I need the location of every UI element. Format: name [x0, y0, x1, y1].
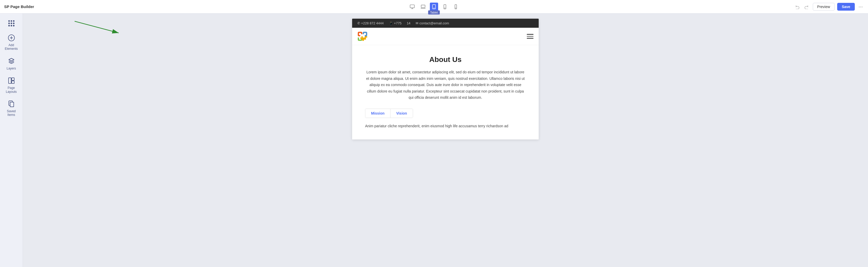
- device-mobile-btn[interactable]: [452, 3, 460, 11]
- header-right: Preview Save ···: [794, 3, 864, 11]
- topbar-phone2: 📱 +775: [389, 21, 402, 25]
- app-title: SP Page Builder: [4, 4, 34, 9]
- svg-line-20: [74, 21, 119, 33]
- device-tablet-btn[interactable]: [430, 3, 438, 11]
- topbar-phone3: 14: [407, 21, 410, 25]
- saved-items-label: SavedItems: [7, 109, 16, 117]
- page-content: About Us Lorem ipsum dolor sit amet, con…: [352, 45, 539, 140]
- undo-btn[interactable]: [794, 3, 801, 11]
- device-desktop-btn[interactable]: [408, 3, 416, 11]
- arrow-annotation: [23, 13, 152, 39]
- sidebar-item-saved-items[interactable]: SavedItems: [2, 97, 21, 119]
- svg-point-9: [456, 8, 456, 8]
- layers-label: Layers: [6, 67, 16, 70]
- about-title: About Us: [365, 56, 526, 64]
- header-left: SP Page Builder: [4, 4, 34, 9]
- saved-items-icon: [7, 100, 16, 108]
- hamburger-menu[interactable]: [527, 34, 533, 39]
- tab-content-text: Anim pariatur cliche reprehenderit, enim…: [365, 123, 526, 129]
- content-tabs: Mission Vision: [365, 109, 413, 118]
- svg-rect-13: [8, 78, 11, 84]
- sidebar-item-page-layouts[interactable]: PageLayouts: [2, 74, 21, 96]
- svg-rect-15: [12, 81, 14, 84]
- undo-redo-group: [794, 3, 810, 11]
- save-button[interactable]: Save: [837, 3, 855, 11]
- device-switcher: Tablet: [408, 3, 460, 11]
- page-logo: [357, 31, 368, 41]
- preview-button[interactable]: Preview: [813, 3, 835, 11]
- layers-icon: [7, 57, 16, 65]
- redo-btn[interactable]: [802, 3, 810, 11]
- device-laptop-btn[interactable]: [419, 3, 427, 11]
- svg-point-7: [445, 8, 445, 8]
- tablet-tooltip: Tablet: [428, 10, 440, 14]
- svg-rect-14: [12, 78, 14, 80]
- svg-point-5: [434, 8, 434, 8]
- svg-rect-0: [410, 5, 414, 8]
- svg-rect-17: [10, 102, 14, 107]
- sidebar-item-grid[interactable]: [2, 17, 21, 30]
- add-elements-label: AddElements: [5, 43, 18, 51]
- add-elements-icon: [7, 34, 16, 42]
- page-layouts-icon: [7, 77, 16, 85]
- canvas-area: ✆ +228 872 4444 📱 +775 14 ✉ contact@emai…: [23, 13, 868, 267]
- page-topbar: ✆ +228 872 4444 📱 +775 14 ✉ contact@emai…: [352, 19, 539, 28]
- main-area: AddElements Layers PageLay: [0, 13, 868, 267]
- topbar-email: ✉ contact@email.com: [415, 21, 449, 25]
- grid-icon: [7, 19, 16, 28]
- more-options-button[interactable]: ···: [857, 3, 864, 11]
- tab-vision[interactable]: Vision: [391, 109, 413, 118]
- sidebar-item-add-elements[interactable]: AddElements: [2, 31, 21, 53]
- sidebar-item-layers[interactable]: Layers: [2, 54, 21, 73]
- svg-rect-3: [421, 5, 425, 7]
- header-bar: SP Page Builder Tabl: [0, 0, 868, 13]
- page-nav: [352, 28, 539, 45]
- device-tablet-wrapper: Tablet: [430, 3, 438, 11]
- topbar-phone1: ✆ +228 872 4444: [357, 21, 384, 25]
- sidebar: AddElements Layers PageLay: [0, 13, 23, 267]
- page-layouts-label: PageLayouts: [6, 86, 17, 94]
- joomla-logo-svg: [357, 31, 368, 41]
- page-frame: ✆ +228 872 4444 📱 +775 14 ✉ contact@emai…: [352, 19, 539, 140]
- tab-mission[interactable]: Mission: [365, 109, 391, 118]
- about-text: Lorem ipsum dolor sit amet, consectetur …: [365, 69, 526, 101]
- device-mobile-lg-btn[interactable]: [441, 3, 449, 11]
